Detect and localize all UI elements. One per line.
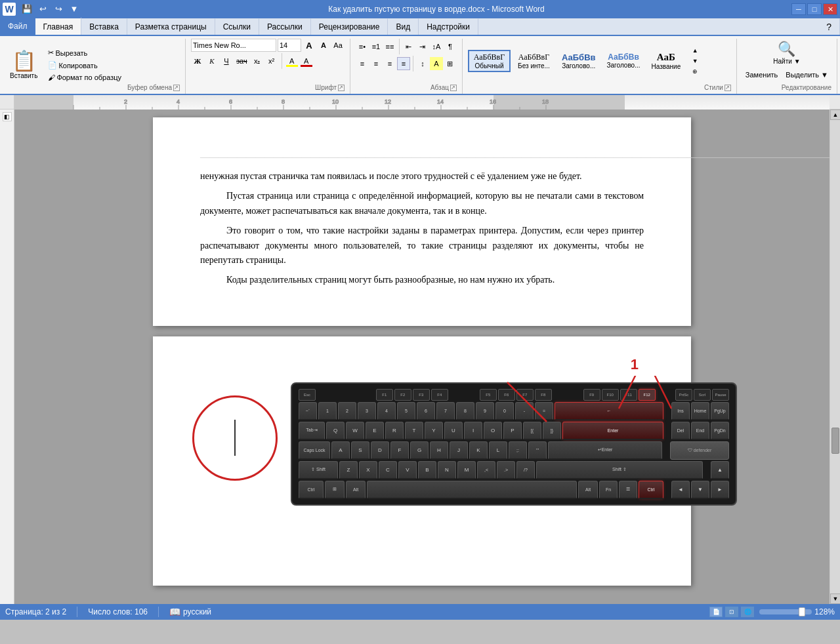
tab-mailings[interactable]: Рассылки xyxy=(259,18,311,35)
key-f7[interactable]: F7 xyxy=(516,389,534,401)
key-rctrl[interactable]: Ctrl xyxy=(639,481,663,499)
key-0[interactable]: 0 xyxy=(495,402,514,420)
key-tab[interactable]: Tab⇥ xyxy=(299,422,325,440)
key-6[interactable]: 6 xyxy=(417,402,435,420)
key-prtsc[interactable]: PrtSc xyxy=(675,389,692,401)
key-esc[interactable]: Esc xyxy=(299,389,316,401)
key-equals[interactable]: = xyxy=(535,402,553,420)
style-no-spacing[interactable]: АаБбВвГ Без инте... xyxy=(513,50,555,71)
customize-qat-button[interactable]: ▼ xyxy=(67,2,81,16)
maximize-button[interactable]: □ xyxy=(807,3,822,15)
key-a[interactable]: A xyxy=(331,441,350,460)
key-x[interactable]: X xyxy=(359,461,377,479)
styles-expand-button[interactable]: ↗ xyxy=(724,85,731,91)
key-f4[interactable]: F4 xyxy=(431,389,448,401)
key-quote[interactable]: '" xyxy=(528,441,547,460)
key-minus[interactable]: - xyxy=(515,402,534,420)
key-f5[interactable]: F5 xyxy=(480,389,497,401)
zoom-slider[interactable] xyxy=(759,609,812,614)
key-slash[interactable]: /? xyxy=(516,461,535,479)
format-painter-button[interactable]: 🖌 Формат по образцу xyxy=(45,72,125,83)
key-1[interactable]: 1 xyxy=(318,402,337,420)
align-center-button[interactable]: ≡ xyxy=(369,57,383,70)
key-enter[interactable]: Enter xyxy=(562,422,663,440)
key-up[interactable]: ▲ xyxy=(711,461,729,479)
key-rshift[interactable]: Shift ⇧ xyxy=(536,461,703,479)
shading-button[interactable]: A xyxy=(430,57,443,70)
view-toggle-button[interactable]: ◧ xyxy=(3,112,12,121)
clear-format-button[interactable]: Аа xyxy=(331,39,345,52)
select-button[interactable]: Выделить ▼ xyxy=(782,70,831,80)
key-period[interactable]: .> xyxy=(497,461,515,479)
view-web-button[interactable]: 🌐 xyxy=(741,607,754,617)
key-space[interactable] xyxy=(367,481,577,499)
scroll-track[interactable] xyxy=(830,120,840,594)
borders-button[interactable]: ⊞ xyxy=(444,57,457,70)
scroll-up-button[interactable]: ▲ xyxy=(830,110,840,120)
key-k[interactable]: K xyxy=(469,441,488,460)
paste-button[interactable]: 📋 Вставить xyxy=(5,39,42,91)
key-r[interactable]: R xyxy=(385,422,404,440)
zoom-slider-thumb[interactable] xyxy=(799,607,805,616)
key-f2[interactable]: F2 xyxy=(394,389,411,401)
tab-addins[interactable]: Надстройки xyxy=(419,18,478,35)
key-menu[interactable]: ☰ xyxy=(619,481,637,499)
document-scroll-area[interactable]: ————————————————————————————————————————… xyxy=(14,110,830,604)
style-heading2[interactable]: АаБбВв Заголово... xyxy=(602,50,645,71)
key-f12[interactable]: F12 xyxy=(639,389,656,401)
key-pgup[interactable]: PgUp xyxy=(711,402,729,420)
key-fn[interactable]: Fn xyxy=(599,481,618,499)
key-bracket-l[interactable]: [{ xyxy=(523,422,541,440)
replace-button[interactable]: Заменить xyxy=(742,70,781,80)
key-f1[interactable]: F1 xyxy=(376,389,393,401)
clipboard-expand-button[interactable]: ↗ xyxy=(173,85,180,91)
tab-insert[interactable]: Вставка xyxy=(81,18,127,35)
font-size-input[interactable] xyxy=(278,39,301,52)
tab-view[interactable]: Вид xyxy=(388,18,419,35)
tab-file[interactable]: Файл xyxy=(0,17,35,35)
key-lctrl[interactable]: Ctrl xyxy=(299,481,324,499)
key-del[interactable]: Del xyxy=(671,422,690,440)
spell-check-section[interactable]: 📖 русский xyxy=(169,607,211,617)
style-heading1[interactable]: АаБбВв Заголово... xyxy=(557,50,600,71)
key-lalt[interactable]: Alt xyxy=(346,481,366,499)
multilevel-button[interactable]: ≡≡ xyxy=(383,40,396,53)
key-f9[interactable]: F9 xyxy=(583,389,600,401)
shrink-font-button[interactable]: A xyxy=(317,39,330,52)
find-button[interactable]: 🔍 Найти ▼ xyxy=(742,39,831,67)
font-name-input[interactable] xyxy=(191,39,276,52)
key-j[interactable]: J xyxy=(450,441,468,460)
key-end[interactable]: End xyxy=(691,422,709,440)
key-z[interactable]: Z xyxy=(339,461,358,479)
key-v[interactable]: V xyxy=(398,461,417,479)
superscript-button[interactable]: x² xyxy=(265,54,278,68)
bold-button[interactable]: Ж xyxy=(191,54,204,68)
key-f10[interactable]: F10 xyxy=(602,389,619,401)
paragraph-expand-button[interactable]: ↗ xyxy=(450,85,457,91)
key-u[interactable]: U xyxy=(444,422,463,440)
key-h[interactable]: H xyxy=(430,441,448,460)
style-normal[interactable]: АаБбВвГ Обычный xyxy=(468,50,511,72)
key-8[interactable]: 8 xyxy=(456,402,474,420)
key-lshift[interactable]: ⇧ Shift xyxy=(299,461,338,479)
copy-button[interactable]: 📄 Копировать xyxy=(45,60,125,71)
key-down[interactable]: ▼ xyxy=(691,481,709,499)
line-spacing-button[interactable]: ↕ xyxy=(416,57,429,70)
key-y[interactable]: Y xyxy=(425,422,443,440)
key-i[interactable]: I xyxy=(464,422,482,440)
italic-button[interactable]: К xyxy=(205,54,219,68)
key-ins[interactable]: Ins xyxy=(671,402,690,420)
key-n[interactable]: N xyxy=(438,461,456,479)
decrease-indent-button[interactable]: ⇤ xyxy=(402,40,415,53)
style-title[interactable]: АаБ Название xyxy=(647,50,686,72)
key-t[interactable]: T xyxy=(405,422,423,440)
key-capslock[interactable]: Caps Lock xyxy=(299,441,330,460)
key-left[interactable]: ◄ xyxy=(671,481,690,499)
key-e[interactable]: E xyxy=(366,422,384,440)
key-f8[interactable]: F8 xyxy=(535,389,552,401)
minimize-button[interactable]: ─ xyxy=(791,3,806,15)
align-right-button[interactable]: ≡ xyxy=(383,57,396,70)
key-pgdn[interactable]: PgDn xyxy=(711,422,729,440)
numbering-button[interactable]: ≡1 xyxy=(369,40,383,53)
tab-references[interactable]: Ссылки xyxy=(215,18,259,35)
